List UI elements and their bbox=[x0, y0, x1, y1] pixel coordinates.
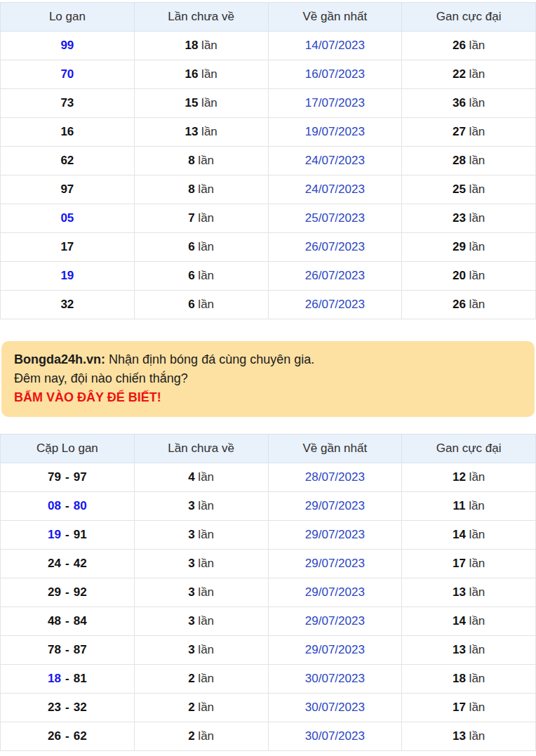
max-gan-cell: 14 lần bbox=[402, 607, 536, 636]
max-gan-cell: 23 lần bbox=[402, 204, 536, 233]
unit-label: lần bbox=[466, 585, 485, 599]
unit-label: lần bbox=[466, 643, 485, 656]
pair-cell: 24-42 bbox=[1, 550, 135, 578]
missed-count-cell: 6 lần bbox=[134, 262, 268, 291]
pair-separator: - bbox=[65, 701, 69, 714]
pair-cell: 08-80 bbox=[1, 492, 135, 521]
max-gan-cell: 18 lần bbox=[402, 665, 536, 694]
lottery-number: 97 bbox=[74, 470, 87, 484]
max-gan-count: 20 bbox=[453, 269, 466, 282]
missed-count: 3 bbox=[188, 614, 194, 628]
cap-lo-gan-table-body: 79-974 lần28/07/202312 lần08-803 lần29/0… bbox=[1, 463, 536, 751]
last-seen-date: 30/07/2023 bbox=[305, 672, 365, 685]
missed-count-cell: 3 lần bbox=[134, 636, 268, 665]
pair-separator: - bbox=[65, 729, 69, 743]
promo-line-2: Đêm nay, đội nào chiến thắng? bbox=[14, 369, 522, 388]
table-row: 196 lần26/07/202320 lần bbox=[1, 262, 536, 291]
missed-count: 3 bbox=[188, 499, 194, 512]
last-date-cell: 24/07/2023 bbox=[268, 175, 402, 204]
column-header: Gan cực đại bbox=[402, 3, 536, 32]
pair-separator: - bbox=[65, 470, 69, 484]
last-date-cell: 30/07/2023 bbox=[268, 722, 402, 751]
missed-count: 2 bbox=[188, 701, 194, 714]
table-header-row: Lo ganLần chưa vềVề gần nhấtGan cực đại bbox=[1, 3, 536, 32]
max-gan-cell: 14 lần bbox=[402, 521, 536, 550]
last-date-cell: 29/07/2023 bbox=[268, 607, 402, 636]
last-date-cell: 25/07/2023 bbox=[268, 204, 402, 233]
pair-cell: 23-32 bbox=[1, 694, 135, 722]
column-header: Về gần nhất bbox=[268, 435, 402, 463]
table-row: 057 lần25/07/202323 lần bbox=[1, 204, 536, 233]
table-row: 9918 lần14/07/202326 lần bbox=[1, 32, 536, 60]
unit-label: lần bbox=[466, 701, 485, 714]
pair-separator: - bbox=[65, 528, 69, 541]
unit-label: lần bbox=[198, 96, 217, 110]
unit-label: lần bbox=[466, 125, 485, 138]
missed-count-cell: 8 lần bbox=[134, 175, 268, 204]
missed-count-cell: 13 lần bbox=[134, 118, 268, 147]
missed-count-cell: 3 lần bbox=[134, 550, 268, 578]
promo-brand: Bongda24h.vn: bbox=[14, 352, 105, 366]
max-gan-cell: 22 lần bbox=[402, 60, 536, 89]
promo-text: Nhận định bóng đá cùng chuyên gia. bbox=[105, 352, 314, 366]
max-gan-cell: 29 lần bbox=[402, 233, 536, 262]
unit-label: lần bbox=[466, 729, 485, 743]
last-seen-date: 24/07/2023 bbox=[305, 154, 365, 167]
lottery-number: 48 bbox=[48, 614, 61, 628]
lo-gan-number-cell: 32 bbox=[1, 291, 135, 319]
last-date-cell: 29/07/2023 bbox=[268, 492, 402, 521]
unit-label: lần bbox=[466, 67, 485, 81]
last-date-cell: 29/07/2023 bbox=[268, 550, 402, 578]
lo-gan-number-cell: 97 bbox=[1, 175, 135, 204]
table-row: 08-803 lần29/07/202311 lần bbox=[1, 492, 536, 521]
unit-label: lần bbox=[195, 269, 214, 282]
pair-separator: - bbox=[65, 499, 69, 512]
last-seen-date: 26/07/2023 bbox=[305, 298, 365, 311]
column-header: Lần chưa về bbox=[134, 435, 268, 463]
missed-count: 16 bbox=[185, 67, 198, 81]
promo-banner[interactable]: Bongda24h.vn: Nhận định bóng đá cùng chu… bbox=[1, 341, 535, 417]
table-row: 29-923 lần29/07/202313 lần bbox=[1, 578, 536, 607]
cap-lo-gan-table-head: Cặp Lo ganLần chưa vềVề gần nhấtGan cực … bbox=[1, 435, 536, 463]
promo-cta-link[interactable]: BẤM VÀO ĐÂY ĐỂ BIẾT! bbox=[14, 388, 522, 407]
max-gan-cell: 26 lần bbox=[402, 291, 536, 319]
unit-label: lần bbox=[466, 528, 485, 541]
unit-label: lần bbox=[195, 729, 214, 743]
cap-lo-gan-section: Cặp Lo ganLần chưa vềVề gần nhấtGan cực … bbox=[0, 434, 536, 751]
column-header: Cặp Lo gan bbox=[1, 435, 135, 463]
max-gan-count: 22 bbox=[453, 67, 466, 81]
max-gan-cell: 28 lần bbox=[402, 147, 536, 175]
pair-cell: 48-84 bbox=[1, 607, 135, 636]
last-date-cell: 26/07/2023 bbox=[268, 291, 402, 319]
max-gan-count: 17 bbox=[453, 701, 466, 714]
lottery-number: 16 bbox=[60, 125, 74, 138]
last-seen-date: 29/07/2023 bbox=[305, 614, 365, 628]
column-header: Gan cực đại bbox=[402, 435, 536, 463]
last-seen-date: 30/07/2023 bbox=[305, 701, 365, 714]
pair-separator: - bbox=[65, 614, 69, 628]
lo-gan-number-cell: 99 bbox=[1, 32, 135, 60]
unit-label: lần bbox=[198, 67, 217, 81]
pair-cell: 26-62 bbox=[1, 722, 135, 751]
table-row: 19-913 lần29/07/202314 lần bbox=[1, 521, 536, 550]
lo-gan-number-cell: 70 bbox=[1, 60, 135, 89]
lo-gan-number-cell: 16 bbox=[1, 118, 135, 147]
max-gan-count: 26 bbox=[453, 39, 466, 52]
last-date-cell: 16/07/2023 bbox=[268, 60, 402, 89]
last-date-cell: 30/07/2023 bbox=[268, 665, 402, 694]
unit-label: lần bbox=[466, 39, 485, 52]
missed-count: 4 bbox=[188, 470, 194, 484]
unit-label: lần bbox=[198, 39, 217, 52]
last-date-cell: 26/07/2023 bbox=[268, 262, 402, 291]
missed-count-cell: 15 lần bbox=[134, 89, 268, 118]
pair-separator: - bbox=[65, 585, 69, 599]
lottery-number: 42 bbox=[74, 557, 87, 570]
unit-label: lần bbox=[195, 499, 214, 512]
lottery-number: 78 bbox=[48, 643, 61, 656]
unit-label: lần bbox=[195, 154, 214, 167]
missed-count-cell: 18 lần bbox=[134, 32, 268, 60]
column-header: Lo gan bbox=[1, 3, 135, 32]
lottery-number: 79 bbox=[48, 470, 61, 484]
last-seen-date: 29/07/2023 bbox=[305, 557, 365, 570]
missed-count: 13 bbox=[185, 125, 198, 138]
